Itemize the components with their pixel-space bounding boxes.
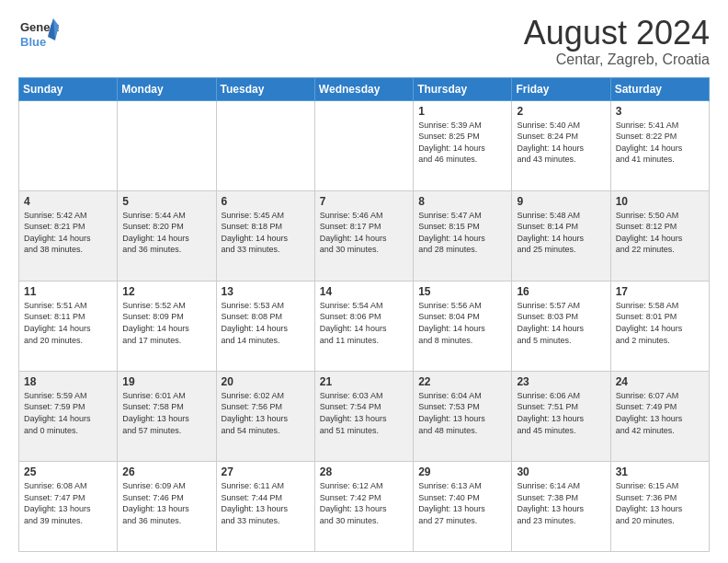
day-number: 16 [517, 285, 605, 298]
day-number: 7 [320, 195, 408, 208]
day-number: 25 [24, 465, 112, 478]
title-month: August 2024 [524, 15, 710, 52]
table-row: 13Sunrise: 5:53 AMSunset: 8:08 PMDayligh… [216, 281, 314, 371]
cell-info: Sunrise: 5:52 AMSunset: 8:09 PMDaylight:… [122, 300, 210, 346]
table-row: 11Sunrise: 5:51 AMSunset: 8:11 PMDayligh… [19, 281, 118, 371]
day-number: 12 [122, 285, 210, 298]
title-block: August 2024 Centar, Zagreb, Croatia [524, 15, 710, 68]
day-number: 3 [616, 105, 704, 118]
table-row: 19Sunrise: 6:01 AMSunset: 7:58 PMDayligh… [118, 371, 216, 461]
day-number: 24 [616, 375, 704, 388]
day-number: 20 [222, 375, 310, 388]
cell-info: Sunrise: 6:04 AMSunset: 7:53 PMDaylight:… [418, 390, 506, 436]
cell-info: Sunrise: 5:42 AMSunset: 8:21 PMDaylight:… [24, 210, 112, 256]
day-number: 4 [24, 195, 112, 208]
cell-info: Sunrise: 5:41 AMSunset: 8:22 PMDaylight:… [616, 120, 704, 166]
table-row [118, 100, 216, 190]
day-number: 11 [24, 285, 112, 298]
day-number: 18 [24, 375, 112, 388]
cell-info: Sunrise: 6:06 AMSunset: 7:51 PMDaylight:… [517, 390, 605, 436]
day-number: 15 [418, 285, 506, 298]
cell-info: Sunrise: 5:47 AMSunset: 8:15 PMDaylight:… [418, 210, 506, 256]
logo-icon: General Blue [18, 15, 59, 55]
calendar-row: 18Sunrise: 5:59 AMSunset: 7:59 PMDayligh… [19, 371, 710, 461]
table-row: 12Sunrise: 5:52 AMSunset: 8:09 PMDayligh… [118, 281, 216, 371]
cell-info: Sunrise: 5:45 AMSunset: 8:18 PMDaylight:… [222, 210, 310, 256]
day-number: 2 [517, 105, 605, 118]
cell-info: Sunrise: 6:01 AMSunset: 7:58 PMDaylight:… [122, 390, 210, 436]
table-row: 2Sunrise: 5:40 AMSunset: 8:24 PMDaylight… [512, 100, 610, 190]
cell-info: Sunrise: 6:09 AMSunset: 7:46 PMDaylight:… [122, 480, 210, 526]
cell-info: Sunrise: 6:07 AMSunset: 7:49 PMDaylight:… [616, 390, 704, 436]
cell-info: Sunrise: 6:02 AMSunset: 7:56 PMDaylight:… [222, 390, 310, 436]
day-number: 26 [122, 465, 210, 478]
calendar-table: Sunday Monday Tuesday Wednesday Thursday… [18, 77, 710, 552]
table-row: 16Sunrise: 5:57 AMSunset: 8:03 PMDayligh… [512, 281, 610, 371]
cell-info: Sunrise: 5:46 AMSunset: 8:17 PMDaylight:… [320, 210, 408, 256]
cell-info: Sunrise: 6:14 AMSunset: 7:38 PMDaylight:… [517, 480, 605, 526]
table-row: 23Sunrise: 6:06 AMSunset: 7:51 PMDayligh… [512, 371, 610, 461]
cell-info: Sunrise: 5:44 AMSunset: 8:20 PMDaylight:… [122, 210, 210, 256]
day-number: 13 [222, 285, 310, 298]
table-row: 15Sunrise: 5:56 AMSunset: 8:04 PMDayligh… [414, 281, 512, 371]
calendar-row: 1Sunrise: 5:39 AMSunset: 8:25 PMDaylight… [19, 100, 710, 190]
col-monday: Monday [118, 77, 216, 100]
table-row: 18Sunrise: 5:59 AMSunset: 7:59 PMDayligh… [19, 371, 118, 461]
table-row: 25Sunrise: 6:08 AMSunset: 7:47 PMDayligh… [19, 461, 118, 551]
cell-info: Sunrise: 5:39 AMSunset: 8:25 PMDaylight:… [418, 120, 506, 166]
table-row: 22Sunrise: 6:04 AMSunset: 7:53 PMDayligh… [414, 371, 512, 461]
table-row: 31Sunrise: 6:15 AMSunset: 7:36 PMDayligh… [610, 461, 709, 551]
cell-info: Sunrise: 5:40 AMSunset: 8:24 PMDaylight:… [517, 120, 605, 166]
table-row: 30Sunrise: 6:14 AMSunset: 7:38 PMDayligh… [512, 461, 610, 551]
cell-info: Sunrise: 5:56 AMSunset: 8:04 PMDaylight:… [418, 300, 506, 346]
calendar-header-row: Sunday Monday Tuesday Wednesday Thursday… [19, 77, 710, 100]
table-row: 5Sunrise: 5:44 AMSunset: 8:20 PMDaylight… [118, 190, 216, 281]
cell-info: Sunrise: 5:51 AMSunset: 8:11 PMDaylight:… [24, 300, 112, 346]
col-sunday: Sunday [19, 77, 118, 100]
day-number: 28 [320, 465, 408, 478]
table-row: 20Sunrise: 6:02 AMSunset: 7:56 PMDayligh… [216, 371, 314, 461]
cell-info: Sunrise: 5:48 AMSunset: 8:14 PMDaylight:… [517, 210, 605, 256]
cell-info: Sunrise: 5:57 AMSunset: 8:03 PMDaylight:… [517, 300, 605, 346]
table-row [19, 100, 118, 190]
day-number: 30 [517, 465, 605, 478]
table-row: 6Sunrise: 5:45 AMSunset: 8:18 PMDaylight… [216, 190, 314, 281]
col-saturday: Saturday [610, 77, 709, 100]
cell-info: Sunrise: 6:03 AMSunset: 7:54 PMDaylight:… [320, 390, 408, 436]
day-number: 23 [517, 375, 605, 388]
svg-text:Blue: Blue [20, 35, 46, 49]
table-row: 27Sunrise: 6:11 AMSunset: 7:44 PMDayligh… [216, 461, 314, 551]
cell-info: Sunrise: 5:58 AMSunset: 8:01 PMDaylight:… [616, 300, 704, 346]
col-friday: Friday [512, 77, 610, 100]
table-row: 1Sunrise: 5:39 AMSunset: 8:25 PMDaylight… [414, 100, 512, 190]
day-number: 22 [418, 375, 506, 388]
day-number: 21 [320, 375, 408, 388]
table-row: 29Sunrise: 6:13 AMSunset: 7:40 PMDayligh… [414, 461, 512, 551]
table-row: 10Sunrise: 5:50 AMSunset: 8:12 PMDayligh… [610, 190, 709, 281]
table-row: 21Sunrise: 6:03 AMSunset: 7:54 PMDayligh… [314, 371, 413, 461]
table-row: 28Sunrise: 6:12 AMSunset: 7:42 PMDayligh… [314, 461, 413, 551]
day-number: 5 [122, 195, 210, 208]
day-number: 8 [418, 195, 506, 208]
cell-info: Sunrise: 5:54 AMSunset: 8:06 PMDaylight:… [320, 300, 408, 346]
cell-info: Sunrise: 6:12 AMSunset: 7:42 PMDaylight:… [320, 480, 408, 526]
table-row [216, 100, 314, 190]
title-location: Centar, Zagreb, Croatia [524, 52, 710, 68]
day-number: 29 [418, 465, 506, 478]
day-number: 14 [320, 285, 408, 298]
day-number: 31 [616, 465, 704, 478]
page: General Blue August 2024 Centar, Zagreb,… [0, 0, 728, 563]
table-row: 7Sunrise: 5:46 AMSunset: 8:17 PMDaylight… [314, 190, 413, 281]
cell-info: Sunrise: 6:08 AMSunset: 7:47 PMDaylight:… [24, 480, 112, 526]
cell-info: Sunrise: 5:50 AMSunset: 8:12 PMDaylight:… [616, 210, 704, 256]
day-number: 27 [222, 465, 310, 478]
header: General Blue August 2024 Centar, Zagreb,… [18, 15, 710, 68]
table-row: 17Sunrise: 5:58 AMSunset: 8:01 PMDayligh… [610, 281, 709, 371]
table-row: 8Sunrise: 5:47 AMSunset: 8:15 PMDaylight… [414, 190, 512, 281]
table-row: 9Sunrise: 5:48 AMSunset: 8:14 PMDaylight… [512, 190, 610, 281]
calendar-row: 25Sunrise: 6:08 AMSunset: 7:47 PMDayligh… [19, 461, 710, 551]
col-wednesday: Wednesday [314, 77, 413, 100]
day-number: 1 [418, 105, 506, 118]
table-row: 4Sunrise: 5:42 AMSunset: 8:21 PMDaylight… [19, 190, 118, 281]
col-thursday: Thursday [414, 77, 512, 100]
